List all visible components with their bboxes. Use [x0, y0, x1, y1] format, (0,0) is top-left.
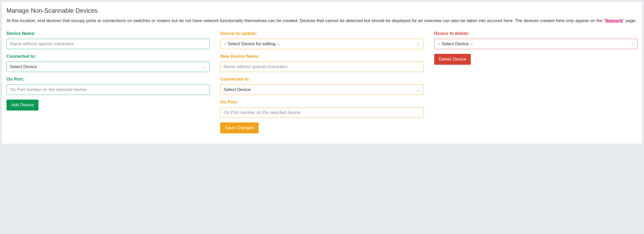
manage-devices-panel: Manage Non-Scannable Devices At this loc…: [2, 2, 642, 144]
update-device-select[interactable]: -- Select Device for editing -- ⌄: [220, 39, 424, 49]
update-device-value: -- Select Device for editing --: [224, 41, 279, 47]
add-device-button[interactable]: Add Device: [6, 100, 38, 110]
create-connected-to-select[interactable]: Select Device ⌄: [6, 62, 210, 72]
create-device-name-label: Device Name:: [6, 31, 210, 36]
delete-device-label: Device to delete:: [434, 31, 638, 36]
update-connected-to-label: Connected to:: [220, 77, 424, 82]
page-title: Manage Non-Scannable Devices: [6, 7, 638, 14]
chevron-down-icon: ⌄: [417, 42, 420, 46]
update-new-name-input[interactable]: [220, 62, 424, 72]
create-connected-to-value: Select Device: [10, 64, 37, 69]
save-changes-button[interactable]: Save Changes: [220, 122, 259, 133]
create-on-port-label: On Port:: [6, 77, 210, 82]
create-device-name-input[interactable]: [6, 39, 210, 49]
chevron-down-icon: ⌄: [417, 88, 420, 92]
update-device-label: Device to update:: [220, 31, 424, 36]
create-connected-to-label: Connected to:: [6, 54, 210, 59]
update-on-port-input[interactable]: [220, 107, 424, 118]
update-new-name-label: New Device Name:: [220, 54, 424, 59]
create-column: Device Name: Connected to: Select Device…: [6, 31, 210, 110]
chevron-down-icon: ⌄: [631, 42, 634, 46]
update-connected-to-value: Select Device: [224, 87, 251, 92]
delete-device-button[interactable]: Delete Device: [434, 54, 471, 65]
form-columns: Device Name: Connected to: Select Device…: [6, 31, 638, 133]
delete-device-value: -- Select Device --: [438, 41, 473, 47]
update-on-port-label: On Port:: [220, 100, 424, 105]
create-on-port-input[interactable]: [6, 84, 210, 95]
network-link[interactable]: Network: [605, 18, 623, 23]
delete-column: Device to delete: -- Select Device -- ⌄ …: [434, 31, 638, 65]
desc-text-1: At this location, end devices that occup…: [6, 18, 605, 23]
update-column: Device to update: -- Select Device for e…: [220, 31, 424, 133]
chevron-down-icon: ⌄: [203, 65, 206, 69]
delete-device-select[interactable]: -- Select Device -- ⌄: [434, 39, 638, 49]
desc-text-2: " page.: [623, 18, 636, 23]
update-connected-to-select[interactable]: Select Device ⌄: [220, 84, 424, 95]
page-description: At this location, end devices that occup…: [6, 17, 638, 24]
